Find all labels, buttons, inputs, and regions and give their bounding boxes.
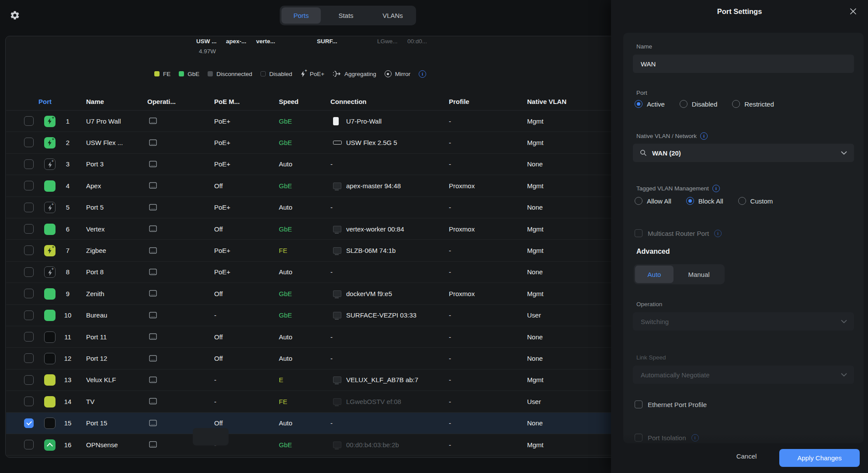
device-icon [148, 434, 159, 455]
name-input[interactable] [633, 55, 854, 73]
legend-mirror: Mirror [385, 70, 410, 77]
column-header-profile[interactable]: Profile [449, 94, 469, 109]
row-checkbox[interactable] [24, 397, 34, 406]
radio-restricted[interactable]: Restricted [732, 100, 774, 108]
column-header-name[interactable]: Name [86, 94, 104, 109]
table-row[interactable]: 3 Port 3 PoE+ Auto - - None [6, 154, 618, 175]
checkbox[interactable] [635, 400, 642, 408]
connection-device-icon [333, 401, 341, 405]
row-checkbox[interactable] [24, 375, 34, 385]
profile-value: - [449, 326, 451, 347]
column-header-native-vlan[interactable]: Native VLAN [527, 94, 566, 109]
device-icon [148, 262, 159, 283]
table-row[interactable]: 1 U7 Pro Wall PoE+ GbE U7-Pro-Wall - Mgm… [6, 110, 618, 132]
table-row[interactable]: 2 USW Flex ... PoE+ GbE USW Flex 2.5G 5 … [6, 132, 618, 153]
tagged-vlan-info-icon[interactable] [712, 185, 720, 192]
row-checkbox[interactable] [24, 159, 34, 169]
apply-changes-button[interactable]: Apply Changes [779, 449, 860, 467]
cancel-button[interactable]: Cancel [729, 452, 764, 460]
tab-ports[interactable]: Ports [281, 7, 321, 24]
radio-dot[interactable] [635, 100, 642, 108]
checkbox[interactable] [635, 229, 642, 237]
radio-dot[interactable] [635, 197, 642, 205]
close-icon[interactable] [849, 7, 858, 16]
radio-disabled[interactable]: Disabled [680, 100, 717, 108]
column-header-poe-mode[interactable]: PoE M... [214, 94, 240, 109]
table-row[interactable]: 5 Port 5 PoE+ Auto - - None [6, 197, 618, 218]
device-icon [148, 413, 159, 434]
port-isolation-checkbox-row[interactable]: Port Isolation [635, 434, 699, 442]
connection-name: - [330, 348, 333, 369]
native-vlan-select[interactable]: WAN (20) [633, 144, 854, 162]
native-vlan-value: None [527, 413, 543, 434]
ethernet-port-profile-checkbox-row[interactable]: Ethernet Port Profile [635, 400, 707, 408]
multicast-router-port-checkbox-row[interactable]: Multicast Router Port [635, 229, 722, 237]
tab-stats[interactable]: Stats [323, 7, 369, 24]
checkbox[interactable] [635, 434, 642, 442]
tab-vlans[interactable]: VLANs [369, 7, 416, 24]
profile-value: - [449, 154, 451, 175]
radio-dot[interactable] [686, 197, 694, 205]
connection-name: apex-master 94:48 [346, 175, 401, 196]
table-row[interactable]: 16 OPNsense - GbE 00:d0:b4:03:be:2b - Mg… [6, 434, 618, 456]
device-icon [148, 326, 159, 347]
column-header-operation[interactable]: Operati... [147, 94, 176, 109]
speed-value: GbE [279, 305, 292, 326]
radio-dot[interactable] [680, 100, 687, 108]
row-checkbox[interactable] [24, 224, 34, 234]
port-name: Bureau [86, 305, 145, 326]
table-row[interactable]: 13 Velux KLF - E VELUX_KLF_AB7B ab:7 - M… [6, 369, 618, 391]
table-row[interactable]: 9 Zenith Off GbE dockerVM f9:e5 Proxmox … [6, 283, 618, 304]
row-checkbox[interactable] [24, 289, 34, 298]
table-row[interactable]: 8 Port 8 PoE+ Auto - - None [6, 262, 618, 283]
column-header-connection[interactable]: Connection [330, 94, 367, 109]
multicast-info-icon[interactable] [714, 230, 722, 237]
row-checkbox[interactable] [24, 440, 34, 449]
radio-custom[interactable]: Custom [738, 197, 773, 205]
radio-allow-all[interactable]: Allow All [635, 197, 671, 205]
row-checkbox[interactable] [24, 138, 34, 147]
profile-value: - [449, 240, 451, 261]
port-isolation-info-icon[interactable] [691, 434, 699, 442]
profile-value: - [449, 110, 451, 131]
row-checkbox[interactable] [24, 311, 34, 320]
settings-gear-icon[interactable] [10, 10, 20, 21]
row-checkbox[interactable] [24, 353, 34, 363]
table-row[interactable]: 6 Vertex Off GbE vertex-worker 00:84 Pro… [6, 218, 618, 240]
legend-info-icon[interactable] [419, 70, 426, 78]
table-row[interactable]: 4 Apex Off GbE apex-master 94:48 Proxmox… [6, 175, 618, 197]
row-checkbox[interactable] [24, 203, 34, 212]
table-row[interactable]: 15 Port 15 Off Auto - - None [6, 413, 618, 434]
table-row[interactable]: 14 TV - FE LGwebOSTV ef:08 - User [6, 391, 618, 412]
radio-active[interactable]: Active [635, 100, 665, 108]
port-status-icon [44, 374, 56, 386]
port-legend: FE GbE Disconnected Disabled PoE+ Aggreg… [154, 69, 426, 79]
toggle-manual[interactable]: Manual [675, 266, 723, 283]
table-row[interactable]: 12 Port 12 Off Auto - - None [6, 348, 618, 369]
table-row[interactable]: 11 Port 11 Off Auto - - None [6, 326, 618, 348]
mirror-icon [385, 70, 392, 77]
disconnected-swatch [208, 71, 213, 76]
row-checkbox[interactable] [24, 267, 34, 277]
table-row[interactable]: 10 Bureau - GbE SURFACE-VEZPI 03:33 - Us… [6, 305, 618, 326]
computer-icon [333, 183, 341, 189]
row-checkbox[interactable] [24, 332, 34, 342]
row-checkbox[interactable] [24, 245, 34, 255]
column-header-port[interactable]: Port [38, 94, 52, 109]
row-checkbox[interactable] [24, 181, 34, 190]
port-name: U7 Pro Wall [86, 110, 145, 131]
toggle-auto[interactable]: Auto [635, 266, 674, 283]
table-footer-button[interactable] [193, 428, 229, 445]
connection-name: - [330, 326, 333, 347]
table-row[interactable]: 7 Zigbee PoE+ FE SLZB-06M 74:1b - Mgmt [6, 240, 618, 261]
poe-mode-value: Off [214, 175, 223, 196]
radio-dot[interactable] [732, 100, 740, 108]
row-checkbox[interactable] [24, 418, 34, 428]
radio-dot[interactable] [738, 197, 746, 205]
radio-block-all[interactable]: Block All [686, 197, 723, 205]
native-vlan-info-icon[interactable] [700, 132, 708, 140]
row-checkbox[interactable] [24, 116, 34, 126]
column-header-speed[interactable]: Speed [279, 94, 299, 109]
port-status-icon [44, 396, 56, 407]
native-vlan-value: None [527, 197, 543, 218]
